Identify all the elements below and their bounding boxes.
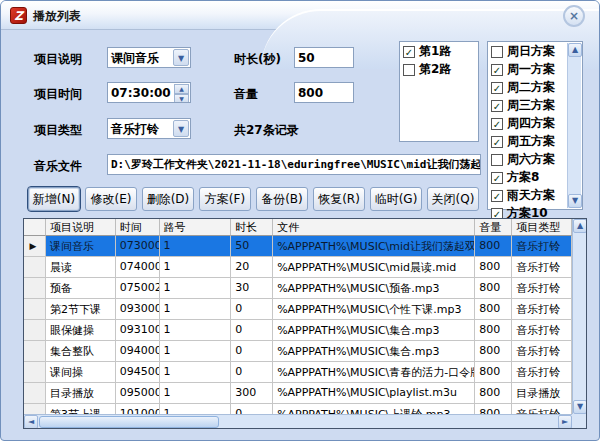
grid-cell[interactable]: 800 xyxy=(475,278,512,299)
table-row[interactable]: 课间操09450010%APPPATH%\MUSIC\青春的活力-口令版.mp3… xyxy=(24,362,572,383)
grid-cell[interactable]: 073000 xyxy=(116,236,160,257)
column-header[interactable]: 项目说明 xyxy=(46,219,116,236)
channel-item[interactable]: ✓第1路 xyxy=(400,42,478,60)
plan-item[interactable]: 周六方案 xyxy=(488,150,567,168)
row-selector-cell[interactable] xyxy=(24,362,46,383)
checkbox-icon[interactable]: ✓ xyxy=(403,46,415,58)
grid-cell[interactable]: 30 xyxy=(231,278,273,299)
plan-item[interactable]: 周日方案 xyxy=(488,42,567,60)
grid-cell[interactable]: 1 xyxy=(160,341,232,362)
grid-cell[interactable]: %APPPATH%\MUSIC\个性下课.mp3 xyxy=(273,299,475,320)
channel-item[interactable]: 第2路 xyxy=(400,60,478,78)
spin-down-icon[interactable]: ▼ xyxy=(174,94,189,103)
grid-cell[interactable]: 晨读 xyxy=(46,257,116,278)
grid-cell[interactable]: 0 xyxy=(231,404,273,414)
edit-button[interactable]: 修改(E) xyxy=(85,187,137,211)
grid-cell[interactable]: 1 xyxy=(160,257,232,278)
row-selector-cell[interactable] xyxy=(24,257,46,278)
volume-input[interactable]: 800 xyxy=(294,82,354,103)
grid-cell[interactable]: 0 xyxy=(231,362,273,383)
item-desc-combobox[interactable]: 课间音乐 ▼ xyxy=(107,47,191,68)
scroll-up-icon[interactable]: ▲ xyxy=(568,43,582,57)
checkbox-icon[interactable]: ✓ xyxy=(491,82,503,94)
grid-cell[interactable]: 音乐打铃 xyxy=(512,320,572,341)
row-selector-cell[interactable] xyxy=(24,278,46,299)
grid-cell[interactable]: 音乐打铃 xyxy=(512,341,572,362)
table-row[interactable]: 晨读074000120%APPPATH%\MUSIC\mid晨读.mid800音… xyxy=(24,257,572,278)
grid-cell[interactable]: 眼保健操 xyxy=(46,320,116,341)
chevron-down-icon[interactable]: ▼ xyxy=(173,120,189,137)
grid-horizontal-scrollbar[interactable]: ◄ ► xyxy=(24,414,572,428)
checkbox-icon[interactable]: ✓ xyxy=(491,172,503,184)
grid-cell[interactable]: 800 xyxy=(475,341,512,362)
delete-button[interactable]: 删除(D) xyxy=(142,187,194,211)
column-header[interactable]: 文件 xyxy=(273,219,475,236)
scrollbar-thumb[interactable] xyxy=(39,416,219,428)
chevron-down-icon[interactable]: ▼ xyxy=(173,49,189,66)
column-header[interactable]: 路号 xyxy=(160,219,232,236)
row-selector-cell[interactable] xyxy=(24,341,46,362)
grid-cell[interactable]: 1 xyxy=(160,404,232,414)
grid-cell[interactable]: %APPPATH%\MUSIC\playlist.m3u xyxy=(273,383,475,404)
plan-list-scrollbar[interactable]: ▲ ▼ xyxy=(567,43,581,208)
table-row[interactable]: 第2节下课09300010%APPPATH%\MUSIC\个性下课.mp3800… xyxy=(24,299,572,320)
grid-cell[interactable]: 0 xyxy=(231,341,273,362)
grid-cell[interactable]: 第3节上课 xyxy=(46,404,116,414)
item-time-spinner[interactable]: 07:30:00 ▲ ▼ xyxy=(107,82,191,103)
checkbox-icon[interactable]: ✓ xyxy=(491,100,503,112)
grid-cell[interactable]: 094000 xyxy=(116,341,160,362)
grid-cell[interactable]: 目录播放 xyxy=(46,383,116,404)
grid-cell[interactable]: 课间操 xyxy=(46,362,116,383)
grid-cell[interactable]: 第2节下课 xyxy=(46,299,116,320)
temp-button[interactable]: 临时(G) xyxy=(370,187,422,211)
grid-cell[interactable]: 50 xyxy=(231,236,273,257)
checkbox-icon[interactable] xyxy=(491,46,503,58)
grid-cell[interactable]: %APPPATH%\MUSIC\预备.mp3 xyxy=(273,278,475,299)
plan-item[interactable]: ✓雨天方案 xyxy=(488,186,567,204)
table-row[interactable]: 预备075002130%APPPATH%\MUSIC\预备.mp3800音乐打铃 xyxy=(24,278,572,299)
scroll-up-icon[interactable]: ▲ xyxy=(573,219,587,233)
grid-cell[interactable]: 800 xyxy=(475,236,512,257)
grid-cell[interactable]: 101000 xyxy=(116,404,160,414)
checkbox-icon[interactable] xyxy=(491,154,503,166)
row-selector-cell[interactable] xyxy=(24,320,46,341)
grid-cell[interactable]: 音乐打铃 xyxy=(512,257,572,278)
grid-cell[interactable]: %APPPATH%\MUSIC\mid晨读.mid xyxy=(273,257,475,278)
checkbox-icon[interactable] xyxy=(403,64,415,76)
grid-cell[interactable]: 074000 xyxy=(116,257,160,278)
grid-cell[interactable]: 800 xyxy=(475,383,512,404)
grid-cell[interactable]: 音乐打铃 xyxy=(512,236,572,257)
row-selector-cell[interactable] xyxy=(24,404,46,414)
table-row[interactable]: 目录播放0950001300%APPPATH%\MUSIC\playlist.m… xyxy=(24,383,572,404)
row-selector-cell[interactable] xyxy=(24,219,46,236)
grid-cell[interactable]: %APPPATH%\MUSIC\青春的活力-口令版.mp3 xyxy=(273,362,475,383)
row-selector-cell[interactable] xyxy=(24,299,46,320)
grid-cell[interactable]: 20 xyxy=(231,257,273,278)
plan-item[interactable]: ✓方案8 xyxy=(488,168,567,186)
scroll-right-icon[interactable]: ► xyxy=(558,415,572,429)
grid-cell[interactable]: %APPPATH%\MUSIC\集合.mp3 xyxy=(273,341,475,362)
grid-cell[interactable]: 音乐打铃 xyxy=(512,299,572,320)
grid-cell[interactable]: 075002 xyxy=(116,278,160,299)
grid-cell[interactable]: 音乐打铃 xyxy=(512,362,572,383)
plan-checklist[interactable]: 周日方案✓周一方案✓周二方案✓周三方案✓周四方案✓周五方案周六方案✓方案8✓雨天… xyxy=(487,41,583,210)
plan-item[interactable]: ✓周五方案 xyxy=(488,132,567,150)
row-selector-cell[interactable] xyxy=(24,383,46,404)
restore-button[interactable]: 恢复(R) xyxy=(313,187,365,211)
checkbox-icon[interactable]: ✓ xyxy=(491,190,503,202)
grid-cell[interactable]: 1 xyxy=(160,320,232,341)
grid-cell[interactable]: %APPPATH%\MUSIC\上课铃.mp3 xyxy=(273,404,475,414)
checkbox-icon[interactable]: ✓ xyxy=(491,118,503,130)
spin-up-icon[interactable]: ▲ xyxy=(174,84,189,94)
table-row[interactable]: ▶课间音乐073000150%APPPATH%\MUSIC\mid让我们荡起双桨… xyxy=(24,236,572,257)
backup-button[interactable]: 备份(B) xyxy=(256,187,308,211)
grid-cell[interactable]: 800 xyxy=(475,299,512,320)
grid-cell[interactable]: 093100 xyxy=(116,320,160,341)
checkbox-icon[interactable]: ✓ xyxy=(491,136,503,148)
grid-cell[interactable]: 0 xyxy=(231,320,273,341)
table-row[interactable]: 第3节上课10100010%APPPATH%\MUSIC\上课铃.mp3800音… xyxy=(24,404,572,414)
grid-cell[interactable]: 093000 xyxy=(116,299,160,320)
grid-cell[interactable]: %APPPATH%\MUSIC\mid让我们荡起双桨.mid xyxy=(273,236,475,257)
column-header[interactable]: 项目类型 xyxy=(512,219,572,236)
row-selector-cell[interactable]: ▶ xyxy=(24,236,46,257)
